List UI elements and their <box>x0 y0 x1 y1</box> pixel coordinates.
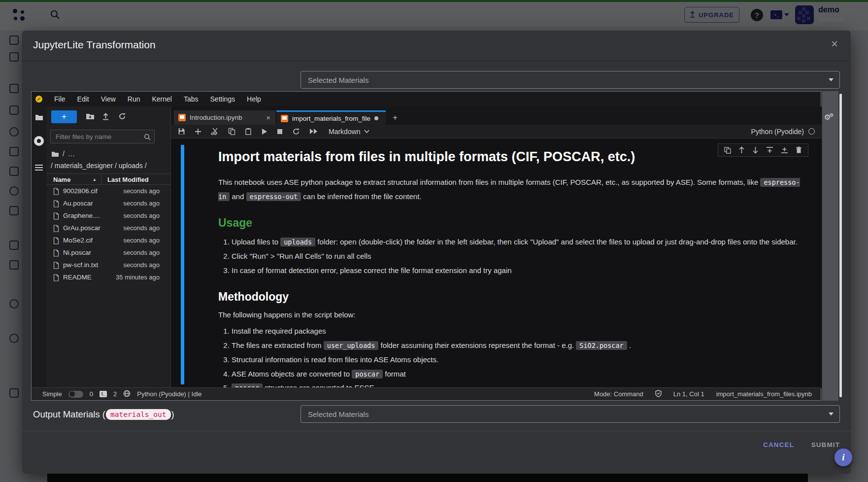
breadcrumb-root[interactable]: / <box>63 150 65 158</box>
usage-heading: Usage <box>218 216 807 230</box>
list-item: ASE Atoms objects are converted to posca… <box>232 369 807 379</box>
file-row[interactable]: Graphene....seconds ago <box>46 210 170 222</box>
column-name[interactable]: Name <box>53 176 70 183</box>
filter-files-input[interactable] <box>51 130 139 143</box>
simple-mode-toggle[interactable] <box>68 391 83 398</box>
menu-item-tabs[interactable]: Tabs <box>178 92 204 106</box>
kernel-status[interactable]: Python (Pyodide) | Idle <box>137 390 201 398</box>
new-folder-icon[interactable] <box>86 112 95 122</box>
output-materials-chip: materials_out <box>106 409 171 420</box>
upload-icon[interactable] <box>102 112 109 122</box>
modal-scrollbar[interactable] <box>839 94 842 397</box>
file-icon <box>53 249 59 259</box>
file-name: pw-scf.in.txt <box>63 261 98 269</box>
file-row[interactable]: Ni.poscarseconds ago <box>46 247 170 259</box>
cursor-position[interactable]: Ln 1, Col 1 <box>673 390 704 398</box>
menu-item-file[interactable]: File <box>48 92 71 106</box>
copy-cells-icon[interactable] <box>228 128 235 135</box>
file-icon <box>53 262 59 271</box>
list-item: In case of format detection error, pleas… <box>232 265 807 276</box>
running-kernels-tab-icon[interactable] <box>34 136 44 146</box>
file-modified: seconds ago <box>123 249 160 256</box>
table-of-contents-tab-icon[interactable] <box>35 165 43 171</box>
tab-import-materials-from-file[interactable]: import_materials_from_file <box>276 110 386 125</box>
breadcrumb[interactable]: / … <box>51 150 75 158</box>
output-materials-label: Output Materials ( materials_out ) <box>33 409 174 420</box>
inline-code-chip: user_uploads <box>324 341 379 350</box>
input-selected-materials-dropdown[interactable]: Selected Materials <box>300 71 840 89</box>
cancel-button[interactable]: CANCEL <box>763 437 794 452</box>
file-row[interactable]: 9002806.cifseconds ago <box>46 185 170 198</box>
tab-label: import_materials_from_file <box>292 115 370 122</box>
cell-type-dropdown[interactable]: Markdown <box>329 128 369 136</box>
column-last-modified[interactable]: Last Modified <box>107 176 149 183</box>
menu-item-help[interactable]: Help <box>241 92 267 106</box>
jupyterlite-logo-icon <box>35 96 42 103</box>
file-row[interactable]: MoSe2.cifseconds ago <box>46 235 170 247</box>
methodology-list: Install the required packagesThe files a… <box>218 326 807 388</box>
tab-label: Introduction.ipynb <box>190 114 242 121</box>
statusbar-right: Mode: Command Ln 1, Col 1 import_materia… <box>594 390 812 399</box>
file-icon <box>53 274 59 283</box>
output-selected-materials-dropdown[interactable]: Selected Materials <box>300 405 840 423</box>
usage-list: Upload files to uploads folder: open (do… <box>218 237 807 275</box>
notebook-content[interactable]: Import materials from files in multiple … <box>171 138 822 388</box>
menu-item-edit[interactable]: Edit <box>71 92 95 106</box>
info-fab-button[interactable]: i <box>835 448 852 466</box>
save-icon[interactable] <box>178 128 185 135</box>
run-cell-icon[interactable] <box>261 128 267 135</box>
file-modified: seconds ago <box>123 212 160 219</box>
menu-item-kernel[interactable]: Kernel <box>146 92 177 106</box>
markdown-cell[interactable]: Import materials from files in multiple … <box>218 142 807 388</box>
breadcrumb-ellipsis[interactable]: … <box>68 150 75 158</box>
dock-tabbar: Introduction.ipynb × import_materials_fr… <box>171 106 822 125</box>
cell-type-value: Markdown <box>329 128 361 136</box>
add-tab-button[interactable]: + <box>389 111 401 124</box>
tab-introduction-ipynb[interactable]: Introduction.ipynb × <box>174 110 275 125</box>
run-all-cells-icon[interactable] <box>309 128 318 135</box>
inline-code-chip: SiO2.poscar <box>576 341 627 350</box>
menu-item-settings[interactable]: Settings <box>204 92 241 106</box>
file-icon <box>53 200 59 209</box>
kernel-indicator[interactable]: Python (Pyodide) <box>751 128 815 136</box>
file-name: Graphene.... <box>63 212 100 219</box>
simple-mode-label: Simple <box>42 390 62 398</box>
breadcrumb-path[interactable]: / materials_designer / uploads / <box>51 162 147 170</box>
menu-item-run[interactable]: Run <box>122 92 146 106</box>
output-label-text: Output Materials ( <box>33 409 105 420</box>
cut-cells-icon[interactable] <box>211 128 219 135</box>
file-row[interactable]: Au.poscarseconds ago <box>46 198 170 210</box>
file-icon <box>53 237 59 246</box>
statusbar-filename: import_materials_from_files.ipynb <box>716 390 812 398</box>
file-name: 9002806.cif <box>63 187 98 195</box>
menu-item-view[interactable]: View <box>95 92 122 106</box>
new-launcher-button[interactable]: + <box>51 110 77 123</box>
list-item: The files are extracted from user_upload… <box>232 340 807 351</box>
restart-kernel-icon[interactable] <box>292 128 300 136</box>
add-cell-icon[interactable] <box>195 128 201 135</box>
jupyter-statusbar: Simple 0 $_ 2 Python (Pyodide) | Idle Mo… <box>32 387 821 400</box>
file-browser-tab-icon[interactable] <box>35 114 43 123</box>
close-tab-icon[interactable]: × <box>266 113 270 122</box>
file-row[interactable]: pw-scf.in.txtseconds ago <box>46 259 170 272</box>
gear-icon[interactable]: ⚙⚙ <box>824 113 835 122</box>
kernel-count: 2 <box>113 390 117 398</box>
command-mode: Mode: Command <box>594 390 643 398</box>
file-name: Ni.poscar <box>63 249 91 256</box>
selected-cell-indicator <box>181 145 184 384</box>
jupyterlite-frame: FileEditViewRunKernelTabsSettingsHelp + <box>31 91 821 401</box>
notebook-file-icon <box>281 115 288 122</box>
file-name: Au.poscar <box>63 200 93 207</box>
interrupt-kernel-icon[interactable] <box>277 129 283 135</box>
inline-code-chip: poscar <box>352 370 383 379</box>
sort-asc-icon[interactable]: ▲ <box>93 177 97 182</box>
methodology-heading: Methodology <box>218 290 807 304</box>
file-row[interactable]: GrAu.poscarseconds ago <box>46 222 170 235</box>
chevron-down-icon <box>829 413 834 415</box>
close-icon[interactable]: × <box>831 38 838 50</box>
paste-cells-icon[interactable] <box>245 128 252 135</box>
kernel-name: Python (Pyodide) <box>751 128 804 136</box>
refresh-icon[interactable] <box>118 112 126 122</box>
submit-button[interactable]: SUBMIT <box>811 437 840 452</box>
file-row[interactable]: README35 minutes ago <box>46 272 170 284</box>
